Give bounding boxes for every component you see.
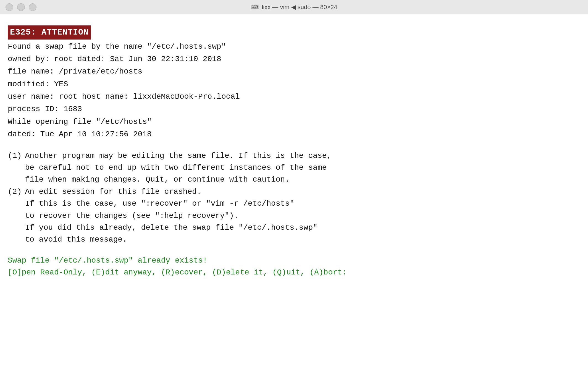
item1-block: (1) Another program may be editing the s… [8,150,580,186]
terminal-content: E325: ATTENTION Found a swap file by the… [0,14,588,377]
swap-exists-line: Swap file "/etc/.hosts.swp" already exis… [8,255,580,266]
traffic-lights [6,3,36,11]
swap-file-found: Found a swap file by the name "/etc/.hos… [8,41,580,53]
blank-line-2 [8,246,580,255]
owned-by-line: owned by: root dated: Sat Jun 30 22:31:1… [8,53,580,65]
close-button[interactable] [6,3,13,11]
terminal-icon: ⌨ [251,4,259,11]
item2-content: An edit session for this file crashed. I… [25,186,317,246]
minimize-button[interactable] [17,3,25,11]
user-name-line: user name: root host name: lixxdeMacBook… [8,91,580,103]
modified-line: modified: YES [8,78,580,90]
terminal-window: ⌨ lixx — vim ◀ sudo — 80×24 E325: ATTENT… [0,0,588,377]
dated-line: dated: Tue Apr 10 10:27:56 2018 [8,128,580,140]
item1-content: Another program may be editing the same … [25,150,331,186]
error-badge-line: E325: ATTENTION [8,25,580,41]
file-name-line: file name: /private/etc/hosts [8,66,580,77]
window-title: ⌨ lixx — vim ◀ sudo — 80×24 [251,4,337,11]
blank-line-1 [8,141,580,150]
item2-block: (2) An edit session for this file crashe… [8,186,580,246]
while-opening-line: While opening file "/etc/hosts" [8,116,580,128]
item2-number: (2) [8,186,22,246]
maximize-button[interactable] [29,3,36,11]
item1-number: (1) [8,150,22,186]
bottom-hint-line: [O]pen Read-Only, (E)dit anyway, (R)ecov… [8,266,580,278]
error-badge: E325: ATTENTION [8,25,91,40]
titlebar: ⌨ lixx — vim ◀ sudo — 80×24 [0,0,588,14]
process-id-line: process ID: 1683 [8,103,580,115]
